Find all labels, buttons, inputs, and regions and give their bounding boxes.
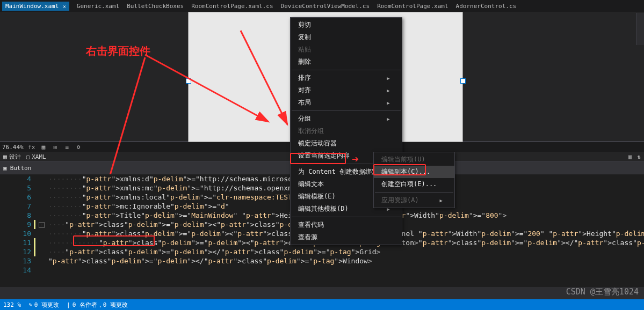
- selection-handle[interactable]: [460, 78, 466, 84]
- edit-template-submenu: 编辑当前项(U)编辑副本(C)...创建空白项(E)...应用资源(A)▶: [373, 152, 455, 208]
- menu-item[interactable]: 复制: [291, 31, 402, 43]
- menu-item[interactable]: 查看代码: [291, 219, 402, 231]
- authors-icon[interactable]: | 0 名作者，0 项更改: [67, 301, 128, 309]
- menu-item[interactable]: 对齐▶: [291, 84, 402, 97]
- zoom-level[interactable]: 76.44%: [2, 144, 24, 151]
- status-zoom[interactable]: 132 %: [3, 301, 21, 308]
- solution-explorer-collapsed[interactable]: [636, 13, 644, 45]
- annotation-text: 右击界面控件: [86, 44, 150, 58]
- menu-item[interactable]: 锁定活动容器: [291, 137, 402, 150]
- breadcrumb-icon: ▣: [3, 165, 7, 172]
- vline-icon[interactable]: ≡: [63, 143, 71, 151]
- menu-item: 编辑当前项(U): [374, 153, 454, 166]
- menu-item[interactable]: 编辑副本(C)...: [374, 166, 454, 178]
- split-swap-icon[interactable]: ⇅: [637, 153, 641, 160]
- split-vert-icon[interactable]: ▥: [628, 153, 632, 160]
- menu-item: 取消分组: [291, 125, 402, 137]
- menu-item[interactable]: 排序▶: [291, 72, 402, 84]
- menu-item[interactable]: 创建空白项(E)...: [374, 178, 454, 190]
- selection-handle[interactable]: [186, 78, 191, 84]
- fx-icon[interactable]: fx: [28, 143, 35, 151]
- design-tab[interactable]: ▦ 设计: [3, 153, 21, 161]
- menu-item[interactable]: 剪切: [291, 19, 402, 31]
- breadcrumb-button[interactable]: Button: [7, 165, 35, 172]
- changes-icon[interactable]: ✎ 0 项更改: [28, 301, 59, 309]
- menu-item[interactable]: 分组▶: [291, 113, 402, 125]
- context-menu: 剪切复制粘贴删除排序▶对齐▶布局▶分组▶取消分组锁定活动容器设置当前选定内容▶为…: [290, 17, 402, 245]
- tab-generic[interactable]: Generic.xaml: [77, 3, 119, 10]
- document-tabs: MainWindow.xaml Generic.xaml BulletCheck…: [0, 0, 644, 12]
- menu-item[interactable]: 布局▶: [291, 97, 402, 109]
- tab-mainwindow[interactable]: MainWindow.xaml: [2, 2, 69, 11]
- menu-item: 粘贴: [291, 43, 402, 56]
- watermark: CSDN @王雪亮1024: [566, 287, 639, 297]
- tab-room-xaml[interactable]: RoomControlPage.xaml: [377, 3, 448, 10]
- xaml-tab[interactable]: ▢ XAML: [26, 153, 46, 160]
- menu-item[interactable]: 删除: [291, 56, 402, 68]
- tab-adorner[interactable]: AdornerControl.cs: [456, 3, 517, 10]
- status-bar: 132 % ✎ 0 项更改 | 0 名作者，0 项更改: [0, 299, 644, 310]
- lock-icon[interactable]: ⭘: [75, 143, 83, 151]
- menu-item[interactable]: 查看源: [291, 231, 402, 243]
- tab-device-vm[interactable]: DeviceControlViewModel.cs: [281, 3, 370, 10]
- grid-icon[interactable]: ▦: [40, 143, 47, 151]
- tab-bullet[interactable]: BulletCheckBoxes: [127, 3, 184, 10]
- snap-icon[interactable]: ⊞: [52, 143, 59, 151]
- menu-item: 应用资源(A)▶: [374, 194, 454, 206]
- tab-room-cs[interactable]: RoomControlPage.xaml.cs: [191, 3, 273, 10]
